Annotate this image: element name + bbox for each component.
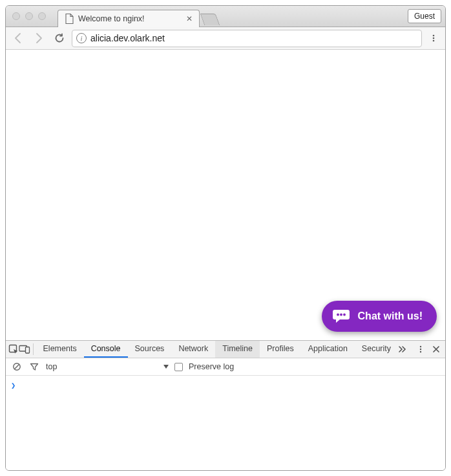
tabs-overflow-icon[interactable] (398, 341, 407, 358)
console-prompt: ❯ (11, 381, 16, 390)
window-controls (12, 12, 46, 20)
svg-line-13 (14, 364, 19, 369)
svg-point-10 (420, 349, 421, 350)
chat-widget-button[interactable]: Chat with us! (322, 301, 437, 332)
svg-point-0 (433, 35, 435, 37)
reload-button[interactable] (51, 30, 68, 47)
filter-icon[interactable] (28, 362, 40, 371)
svg-rect-8 (26, 347, 30, 354)
address-bar[interactable]: i (72, 30, 422, 47)
tab-elements[interactable]: Elements (36, 341, 84, 358)
tab-close-icon[interactable]: ✕ (186, 16, 193, 22)
browser-window: Welcome to nginx! ✕ Guest i (5, 5, 446, 471)
minimize-window-dot[interactable] (25, 12, 33, 20)
chevron-down-icon (163, 365, 169, 369)
devtools-tab-bar: Elements Console Sources Network Timelin… (6, 341, 445, 358)
device-toggle-icon[interactable] (19, 341, 30, 358)
chat-widget-label: Chat with us! (358, 310, 423, 322)
svg-point-2 (433, 40, 435, 42)
tab-profiles[interactable]: Profiles (260, 341, 301, 358)
devtools-panel: Elements Console Sources Network Timelin… (6, 340, 445, 470)
context-label: top (46, 362, 160, 371)
page-icon (65, 14, 74, 24)
tab-console[interactable]: Console (84, 341, 128, 358)
preserve-log-label: Preserve log (189, 362, 234, 371)
guest-profile-button[interactable]: Guest (408, 9, 441, 23)
tab-application[interactable]: Application (301, 341, 355, 358)
inspect-element-icon[interactable] (8, 341, 19, 358)
console-toolbar: top Preserve log (6, 358, 445, 376)
tab-sources[interactable]: Sources (128, 341, 172, 358)
context-select[interactable]: top (46, 362, 169, 371)
preserve-log-checkbox[interactable] (174, 363, 183, 371)
tab-timeline[interactable]: Timeline (215, 341, 260, 358)
forward-button[interactable] (30, 30, 47, 47)
chat-bubble-icon (332, 308, 350, 324)
svg-point-1 (433, 38, 435, 39)
console-body[interactable]: ❯ (6, 376, 445, 470)
svg-point-4 (340, 314, 342, 316)
zoom-window-dot[interactable] (38, 12, 46, 20)
url-input[interactable] (90, 33, 417, 43)
clear-console-icon[interactable] (11, 362, 23, 371)
devtools-close-icon[interactable] (428, 345, 444, 353)
browser-menu-button[interactable] (426, 30, 441, 46)
toolbar: i (6, 27, 445, 50)
tab-security[interactable]: Security (355, 341, 398, 358)
svg-point-3 (337, 314, 339, 316)
browser-tab[interactable]: Welcome to nginx! ✕ (58, 10, 200, 27)
title-bar: Welcome to nginx! ✕ Guest (6, 6, 445, 27)
tab-network[interactable]: Network (171, 341, 215, 358)
new-tab-button[interactable] (200, 14, 220, 25)
svg-point-9 (420, 346, 421, 347)
svg-point-5 (343, 314, 346, 316)
site-info-icon[interactable]: i (76, 33, 87, 43)
svg-point-11 (420, 351, 421, 352)
back-button[interactable] (10, 30, 26, 47)
page-viewport: Chat with us! (6, 50, 445, 340)
devtools-menu-icon[interactable] (413, 345, 428, 354)
tab-title: Welcome to nginx! (78, 14, 182, 23)
close-window-dot[interactable] (12, 12, 20, 20)
